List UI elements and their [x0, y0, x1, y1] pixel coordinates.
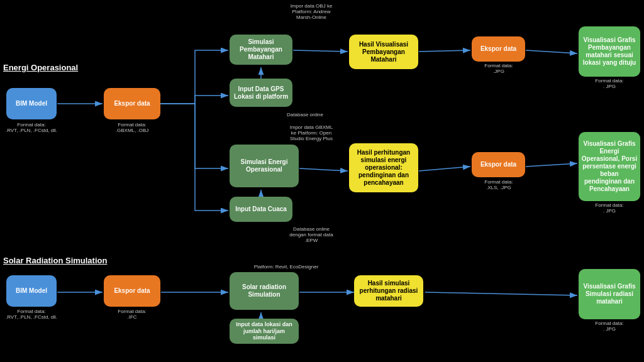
input-data-gps: Input Data GPS Lokasi di platform — [230, 79, 292, 107]
vis-grafis-solar: Visualisasi Grafis Simulasi radiasi mata… — [579, 269, 640, 319]
svg-line-6 — [419, 167, 470, 171]
note-database-online-1: Database online — [274, 112, 336, 118]
vis-grafis-pembayangan: Visualisasi Grafis Pembayangan matahari … — [579, 26, 640, 77]
note-impor-gbxml: Impor data GBXMLke Platform: OpenStudio … — [270, 124, 352, 141]
solar-radiation-simulation: Solar radiation Simulation — [230, 272, 299, 310]
ekspor-data-1: Ekspor data — [104, 88, 160, 119]
svg-line-3 — [419, 50, 470, 52]
hasil-vis-pembayangan: Hasil Visualisasi Pembayangan Matahari — [349, 35, 418, 69]
ekspor1-format: Format data:.GBXML, .OBJ — [101, 122, 164, 133]
svg-line-4 — [526, 50, 577, 53]
svg-line-7 — [526, 163, 577, 167]
ekspor-data-3: Ekspor data — [104, 275, 160, 307]
vis-grafis-energi: Visualisasi Grafis Energi Operasional, P… — [579, 132, 640, 201]
section-label-solar: Solar Radiation Simulation — [3, 256, 107, 265]
simulasi-energi-operasional: Simulasi Energi Operasional — [230, 145, 299, 187]
svg-line-11 — [425, 292, 577, 295]
bim2-format: Format data:.RVT, .PLN, .FCstd, dll. — [3, 309, 60, 320]
hasil-sim-energi: Hasil perhitungan simulasi energi operas… — [349, 143, 418, 192]
vis-solar-format: Format data:. JPG — [579, 321, 640, 332]
vis-energi-format: Format data:. JPG — [579, 202, 640, 214]
ekspor2-mid-format: Format data:.XLS, .JPG — [470, 179, 527, 190]
svg-line-5 — [299, 168, 348, 171]
bim-model-2: BIM Model — [6, 275, 57, 307]
bim1-format: Format data:.RVT, .PLN, .FCstd, dll. — [3, 122, 60, 133]
ekspor3-format: Format data:.IFC — [101, 309, 164, 320]
input-data-lokasi: Input data lokasi dan jumlah hari/jam si… — [230, 319, 299, 344]
bim-model-1: BIM Model — [6, 88, 57, 119]
vis-bayangan-format: Format data:. JPG — [579, 78, 640, 89]
section-label-energi: Energi Operasional — [3, 63, 78, 72]
note-impor-obj: Impor data OBJ kePlatform: AndrewMarsh-O… — [270, 3, 352, 20]
note-platform-revit: Platform: Revit, EcoDesigner — [245, 264, 327, 270]
hasil-solar: Hasil simulasi perhitungan radiasi matah… — [354, 275, 423, 307]
ekspor-data-mid: Ekspor data — [472, 152, 525, 177]
diagram-container: Energi Operasional Solar Radiation Simul… — [0, 0, 644, 362]
svg-line-2 — [293, 50, 348, 52]
ekspor-data-top: Ekspor data — [472, 36, 525, 62]
ekspor2-top-format: Format data:.JPG — [470, 63, 527, 74]
note-database-online-2: Database onlinedengan format data.EPW — [270, 226, 352, 243]
input-data-cuaca: Input Data Cuaca — [230, 197, 292, 222]
simulasi-pembayangan: Simulasi Pembayangan Matahari — [230, 35, 292, 65]
arrows-svg — [0, 0, 644, 362]
